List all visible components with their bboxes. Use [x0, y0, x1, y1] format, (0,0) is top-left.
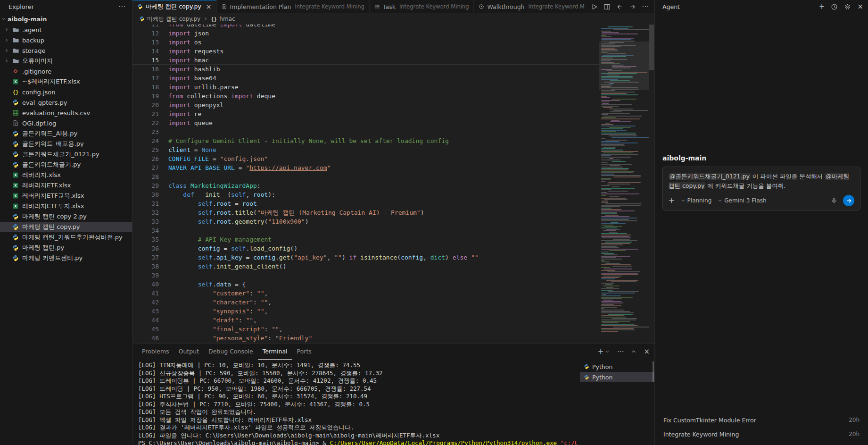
code-line[interactable]: 16import hashlib: [132, 65, 599, 74]
panel-tab[interactable]: Terminal: [258, 344, 292, 360]
code-line[interactable]: 37 self.api_key = config.get("api_key", …: [132, 253, 599, 262]
voice-input-button[interactable]: [831, 197, 837, 204]
tree-item[interactable]: 레버리지ETF교육.xlsx: [0, 191, 132, 201]
navigate-forward-button[interactable]: [629, 3, 636, 10]
code-line[interactable]: 17import base64: [132, 74, 599, 83]
code-line[interactable]: 18import urllib.parse: [132, 83, 599, 92]
code-line[interactable]: 32 self.root.title("마케팅 캡틴 (Marketing Ca…: [132, 208, 599, 217]
tree-item[interactable]: eval_gpters.py: [0, 97, 132, 108]
close-icon[interactable]: ×: [206, 3, 212, 10]
panel-tab[interactable]: Output: [174, 344, 204, 360]
chat-history-button[interactable]: [831, 3, 838, 10]
code-line[interactable]: 44 "draft": "",: [132, 316, 599, 325]
code-line[interactable]: 42 "character": "",: [132, 298, 599, 307]
code-line[interactable]: 31 self.root = root: [132, 199, 599, 208]
run-python-file-button[interactable]: [591, 3, 598, 10]
editor-scrollbar[interactable]: [649, 25, 654, 343]
minimap[interactable]: [599, 25, 649, 343]
code-line[interactable]: 14import requests: [132, 47, 599, 56]
tree-item[interactable]: evaluation_results.csv: [0, 108, 132, 118]
mode-selector[interactable]: Planning: [680, 197, 712, 204]
editor-tab[interactable]: TaskIntegrate Keyword Mining: [370, 0, 474, 13]
code-line[interactable]: 25client = None: [132, 145, 599, 154]
explorer-more-actions-button[interactable]: ⋯: [118, 3, 125, 10]
terminal-process-item[interactable]: Python: [580, 372, 654, 382]
new-terminal-button[interactable]: +: [598, 348, 611, 355]
editor-tab[interactable]: 마케팅 캡틴 copy.py×: [132, 0, 217, 13]
tree-item[interactable]: 골든키워드채굴기.py: [0, 160, 132, 170]
terminal-output[interactable]: [LOG] TTN자동매매 | PC: 10, 모바일: 10, 문서수: 14…: [132, 360, 580, 445]
code-line[interactable]: 46 "persona_style": "Friendly": [132, 334, 599, 343]
code-line[interactable]: 19from collections import deque: [132, 92, 599, 101]
code-line[interactable]: 29class MarketingWizardApp:: [132, 181, 599, 190]
tree-item[interactable]: ~$레버리지ETF.xlsx: [0, 76, 132, 87]
chat-input-card[interactable]: @골든키워드채굴기_0121.py 이 파이썬 파일을 분석해서 @마케팅 캡틴…: [662, 167, 860, 210]
chat-history-item[interactable]: Integrate Keyword Mining20h: [662, 427, 860, 441]
tree-item[interactable]: {}config.json: [0, 87, 132, 97]
tree-item[interactable]: backup: [0, 35, 132, 45]
code-line[interactable]: 11from datetime import datetime: [132, 25, 599, 29]
file-mention-chip[interactable]: @골든키워드채굴기_0121.py: [669, 173, 751, 180]
process-list-scrollbar[interactable]: [653, 361, 654, 382]
scrollbar-thumb[interactable]: [649, 25, 654, 70]
tree-item[interactable]: OGI.dpf.log: [0, 118, 132, 128]
code-line[interactable]: 26CONFIG_FILE = "config.json": [132, 154, 599, 163]
code-line[interactable]: 22import queue: [132, 118, 599, 127]
terminal-process-item[interactable]: Python: [580, 361, 654, 372]
code-line[interactable]: 40 self.data = {: [132, 280, 599, 289]
panel-tab[interactable]: Problems: [137, 344, 174, 360]
panel-tab[interactable]: Debug Console: [204, 344, 258, 360]
tree-item[interactable]: 골든키워드_배포용.py: [0, 139, 132, 149]
code-line[interactable]: 28: [132, 172, 599, 181]
chat-settings-button[interactable]: [844, 3, 851, 10]
chat-history-item[interactable]: Fix CustomTkinter Module Error20h: [662, 413, 860, 427]
tree-item[interactable]: 마케팅 캡틴_키워드추가완성버전.py: [0, 232, 132, 243]
panel-tab[interactable]: Ports: [292, 344, 316, 360]
code-line[interactable]: 15import hmac: [132, 56, 599, 65]
navigate-back-button[interactable]: [616, 3, 623, 10]
tree-item[interactable]: .gitignore: [0, 66, 132, 76]
explorer-root-folder[interactable]: aibolg-main: [0, 13, 132, 25]
code-line[interactable]: 20import openpyxl: [132, 101, 599, 109]
code-line[interactable]: 33 self.root.geometry("1100x900"): [132, 217, 599, 226]
code-line[interactable]: 43 "synopsis": "",: [132, 307, 599, 316]
close-agent-panel-button[interactable]: ×: [857, 3, 863, 10]
tree-item[interactable]: 레버리지.xlsx: [0, 170, 132, 180]
code-line[interactable]: 35 # API Key management: [132, 235, 599, 244]
send-button[interactable]: [843, 195, 854, 206]
maximize-panel-button[interactable]: [630, 348, 637, 355]
code-editor[interactable]: 11from datetime import datetime12import …: [132, 25, 654, 343]
attach-context-button[interactable]: +: [669, 197, 675, 204]
editor-tab[interactable]: Implementation PlanIntegrate Keyword Min…: [217, 0, 370, 13]
tree-item[interactable]: 마케팅 커맨드센터.py: [0, 253, 132, 263]
tree-item[interactable]: 마케팅 캡틴 copy.py: [0, 222, 132, 232]
breadcrumb-symbol[interactable]: hmac: [219, 16, 235, 22]
split-editor-button[interactable]: [603, 3, 611, 10]
code-line[interactable]: 41 "customer": "",: [132, 289, 599, 298]
chat-message-input[interactable]: @골든키워드채굴기_0121.py 이 파이썬 파일을 분석해서 @마케팅 캡틴…: [669, 172, 854, 190]
code-line[interactable]: 24# Configure Gemini Client - Initially …: [132, 136, 599, 145]
code-line[interactable]: 13import os: [132, 38, 599, 47]
close-panel-button[interactable]: ×: [644, 348, 650, 355]
code-line[interactable]: 21import re: [132, 109, 599, 118]
tree-item[interactable]: .agent: [0, 25, 132, 35]
editor-tab[interactable]: WalkthroughIntegrate Keyword Min: [474, 0, 585, 13]
code-line[interactable]: 34: [132, 226, 599, 235]
tree-item[interactable]: 레버리지ETF투자.xlsx: [0, 201, 132, 211]
code-line[interactable]: 36 config = self.load_config(): [132, 244, 599, 253]
breadcrumb-file[interactable]: 마케팅 캡틴 copy.py: [147, 15, 200, 23]
code-line[interactable]: 12import json: [132, 29, 599, 38]
minimap-viewport[interactable]: [599, 42, 649, 90]
tree-item[interactable]: 골든키워드채굴기_0121.py: [0, 149, 132, 160]
code-line[interactable]: 39: [132, 271, 599, 280]
code-line[interactable]: 38 self.init_genai_client(): [132, 262, 599, 271]
tree-item[interactable]: 레버리지ETF.xlsx: [0, 180, 132, 191]
code-line[interactable]: 30 def __init__(self, root):: [132, 190, 599, 199]
panel-more-actions-button[interactable]: ⋯: [617, 348, 624, 355]
tree-item[interactable]: storage: [0, 45, 132, 56]
new-chat-button[interactable]: +: [819, 3, 825, 10]
code-scroll-area[interactable]: 11from datetime import datetime12import …: [132, 25, 599, 343]
tree-item[interactable]: 골든키워드_AI용.py: [0, 128, 132, 139]
model-selector[interactable]: Gemini 3 Flash: [717, 197, 766, 204]
tree-item[interactable]: 마케팅 캡틴 copy 2.py: [0, 211, 132, 222]
